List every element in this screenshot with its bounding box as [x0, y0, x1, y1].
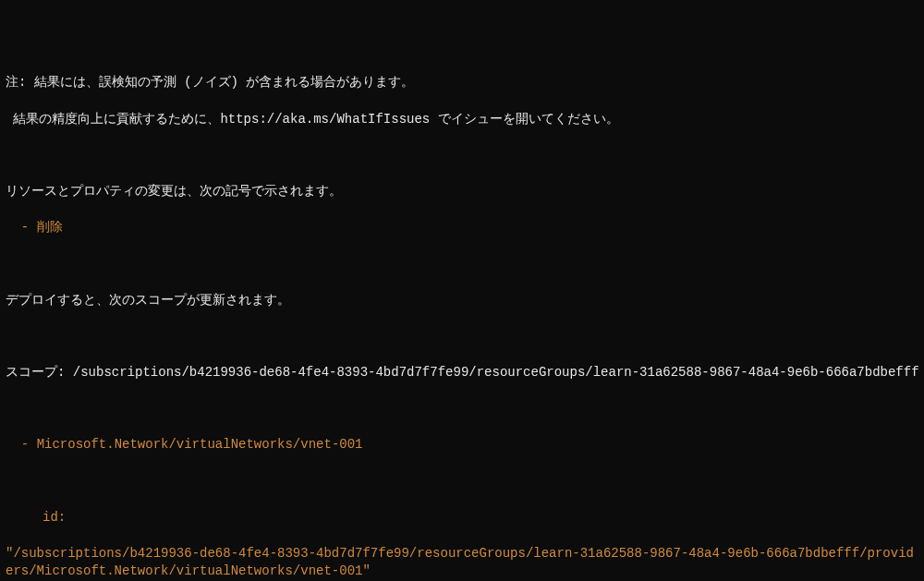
- resource-heading-0: - Microsoft.Network/virtualNetworks/vnet…: [6, 436, 918, 454]
- note-line-1: 注: 結果には、誤検知の予測 (ノイズ) が含まれる場合があります。: [6, 74, 918, 92]
- resource-0-id-value: "/subscriptions/b4219936-de68-4fe4-8393-…: [6, 545, 918, 581]
- note-line-2: 結果の精度向上に貢献するために、https://aka.ms/WhatIfIss…: [6, 111, 918, 129]
- scope-line: スコープ: /subscriptions/b4219936-de68-4fe4-…: [6, 364, 918, 382]
- changes-intro: リソースとプロパティの変更は、次の記号で示されます。: [6, 183, 918, 201]
- delete-symbol: - 削除: [6, 219, 918, 237]
- whatif-url: https://aka.ms/WhatIfIssues: [220, 112, 430, 127]
- resource-0-id-key: id:: [43, 509, 918, 527]
- deploy-intro: デプロイすると、次のスコープが更新されます。: [6, 292, 918, 310]
